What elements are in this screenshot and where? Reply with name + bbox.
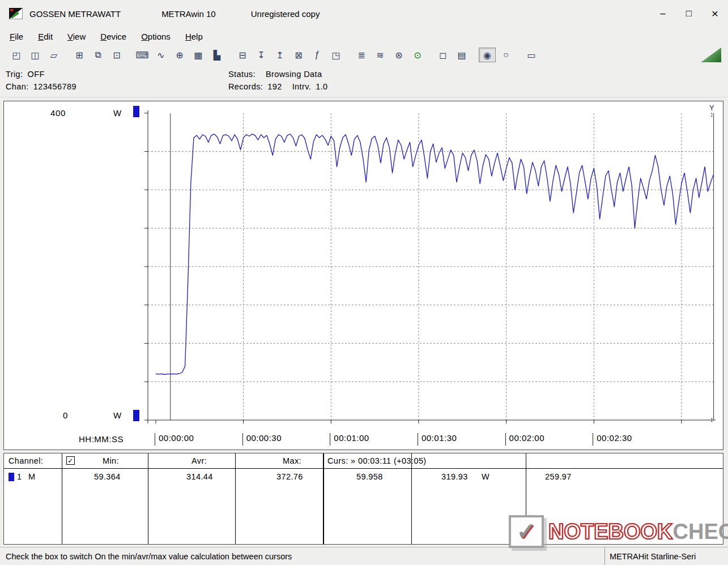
avr-value: 314.44 [186,472,213,481]
cursor2-handle-bottom[interactable]: ↕ [710,416,714,422]
cursor2-handle-top[interactable]: Y↕ [709,105,714,117]
zoom-in-icon: ◉ [483,50,491,61]
toolbar-group: ⌨∿⊕▦▙ [134,48,225,62]
x-tick-label: 00:02:00 [505,433,544,446]
zoom-out-button[interactable]: ○ [497,48,514,62]
channel-overlay-icon: ⊛ [395,50,402,61]
online-monitor-button[interactable]: ⊠ [290,48,307,62]
copy-clipboard-button[interactable]: ⧉ [90,48,107,62]
menu-view[interactable]: View [60,29,93,44]
toolbar-group: ⊟↧↥⊠ƒ◳ [234,48,344,62]
watermark-solid-text: CHECK [673,520,728,543]
toolbar-group: ▭ [523,48,540,62]
menu-bar: FileEditViewDeviceOptionsHelp [0,27,728,45]
send-device-icon: ↥ [276,50,283,61]
analog-meter-button[interactable]: ⊕ [171,48,188,62]
send-device-button[interactable]: ↥ [271,48,288,62]
envelope-curve-icon: ≋ [376,50,384,61]
minimize-button[interactable]: – [650,0,676,27]
memory-recall-icon: ◳ [331,50,340,61]
trigger-status: Trig:OFF [6,70,45,79]
min-header: Min: [103,456,119,465]
x-axis-row: HH:MM:SS 00:00:0000:00:3000:01:0000:01:3… [4,433,723,448]
toolbar-group: ◉○ [479,48,514,62]
x-tick-label: 00:02:30 [593,433,632,446]
zoom-in-button[interactable]: ◉ [479,48,496,62]
channel-color-swatch [8,473,14,481]
records-status: Records:192Intrv.1.0 [228,82,328,91]
export-data-button[interactable]: ⊡ [108,48,125,62]
histogram-button[interactable]: ▙ [208,48,225,62]
power-trace [156,134,714,375]
save-data-button[interactable]: ◫ [27,48,44,62]
channel-header: Channel: [8,456,43,465]
data-table-icon: ▦ [194,50,202,61]
toolbar-group: ◰◫▱ [8,48,62,62]
function-fx-button[interactable]: ƒ [309,48,326,62]
print-preview-button[interactable]: ◻ [435,48,452,62]
x-tick-label: 00:00:00 [155,433,194,446]
avr-header: Avr: [191,456,207,465]
interval-timer-button[interactable]: ⊙ [409,48,426,62]
min-max-display-button[interactable]: ≣ [353,48,370,62]
zoom-out-icon: ○ [503,50,509,60]
status-triangle-icon [701,48,721,62]
menu-edit[interactable]: Edit [31,29,60,44]
print-icon: ▤ [457,50,466,61]
y-unit-bottom: W [113,410,122,420]
statusbar-message: Check the box to switch On the min/avr/m… [0,552,292,561]
channel-overlay-button[interactable]: ⊛ [390,48,407,62]
cursor1-value: 59.958 [356,472,383,481]
close-button[interactable]: × [702,0,728,27]
envelope-curve-button[interactable]: ≋ [372,48,389,62]
y-min-label: 0 [63,410,68,420]
interval-timer-icon: ⊙ [414,50,421,61]
device-settings-button[interactable]: ⊟ [234,48,251,62]
menu-file[interactable]: File [2,29,31,44]
chart-plot[interactable] [144,108,718,432]
title-bar: GOSSEN METRAWATT METRAwin 10 Unregistere… [0,0,728,27]
menu-device[interactable]: Device [93,29,134,44]
channel-number: 1 [17,472,22,481]
maximize-button[interactable]: □ [676,0,702,27]
min-value: 59.364 [94,472,121,481]
min-max-display-icon: ≣ [357,50,365,61]
status-bar: Check the box to switch On the min/avr/m… [0,547,728,565]
print-button[interactable]: ▤ [453,48,470,62]
x-tick-label: 00:00:30 [242,433,282,446]
check-icon: ✓ [67,457,73,465]
max-header: Max: [283,456,301,465]
notebookcheck-watermark: ✓ NOTEBOOKCHECK [509,515,728,548]
x-axis-format-label: HH:MM:SS [79,434,124,444]
function-fx-icon: ƒ [315,50,320,60]
save-graphic-button[interactable]: ◰ [8,48,25,62]
y-axis-marker-bottom[interactable] [133,410,139,421]
minmax-checkbox[interactable]: ✓ [66,456,75,465]
y-axis-marker-top[interactable] [133,106,139,117]
open-file-button[interactable]: ▱ [45,48,62,62]
online-monitor-icon: ⊠ [295,50,302,61]
tooltip-help-button[interactable]: ▭ [523,48,540,62]
notebookcheck-logo-icon: ✓ [509,515,544,548]
tooltip-help-icon: ▭ [527,50,535,61]
numeric-display-icon: ⌨ [135,50,148,61]
max-value: 372.76 [276,472,303,481]
export-graphic-button[interactable]: ⊞ [71,48,88,62]
status-strip: Trig:OFF Chan:123456789 Status:Browsing … [0,65,728,97]
y-max-label: 400 [50,108,66,118]
menu-help[interactable]: Help [178,29,210,44]
trend-graph-button[interactable]: ∿ [152,48,169,62]
copy-clipboard-icon: ⧉ [95,50,101,60]
window-controls: – □ × [650,0,728,27]
menu-options[interactable]: Options [134,29,178,44]
save-data-icon: ◫ [31,50,39,61]
numeric-display-button[interactable]: ⌨ [134,48,151,62]
x-tick-label: 00:01:30 [418,433,457,446]
channel-mode: M [28,472,35,481]
memory-recall-button[interactable]: ◳ [327,48,344,62]
export-graphic-icon: ⊞ [75,50,83,61]
print-preview-icon: ◻ [439,50,446,61]
trend-graph-icon: ∿ [157,50,164,61]
data-table-button[interactable]: ▦ [190,48,207,62]
read-device-button[interactable]: ↧ [253,48,270,62]
